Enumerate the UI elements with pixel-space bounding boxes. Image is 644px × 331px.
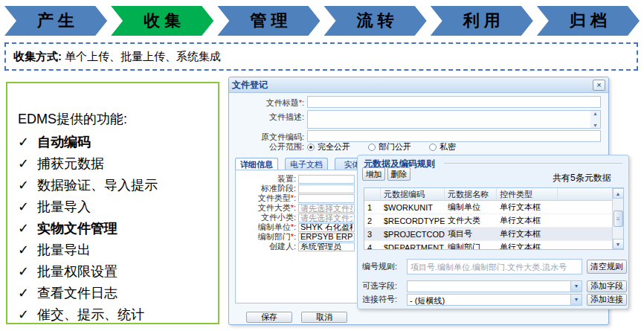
- column-header[interactable]: 元数据编码: [381, 188, 445, 200]
- save-button[interactable]: 保存: [246, 312, 292, 323]
- radio-icon[interactable]: [307, 144, 315, 151]
- rule-row: 编号规则: 清空规则: [358, 261, 628, 272]
- table-cell: 3: [364, 228, 381, 240]
- metadata-table-body: 1$WORKUNIT编制单位单行文本框2$RECORDTYPE文件大类单行文本框…: [364, 201, 623, 250]
- field-input[interactable]: [298, 242, 355, 251]
- features-title: EDMS提供的功能:: [18, 110, 210, 128]
- add-connector-button[interactable]: 添加连接: [587, 294, 627, 306]
- field-input[interactable]: [298, 213, 355, 222]
- field-input[interactable]: [298, 233, 355, 242]
- flow-step-4[interactable]: 流转: [324, 6, 427, 36]
- add-button[interactable]: 增加: [362, 167, 385, 181]
- dialog-titlebar[interactable]: 文件登记 ×: [229, 77, 608, 93]
- top-fields: 文件标题*:文件描述:▲▼原文件编码:: [235, 96, 601, 143]
- connector-row: 连接符号: - (短横线) ▼ 添加连接: [358, 294, 628, 305]
- scope-row: 公开范围: 完全公开部门公开私密: [235, 141, 601, 152]
- field-input[interactable]: [298, 175, 355, 184]
- table-cell: 单行文本框: [497, 228, 558, 240]
- column-header[interactable]: 控件类型: [497, 188, 558, 200]
- table-scrollbar[interactable]: ▲ ≡ ▼: [612, 188, 623, 249]
- radio-icon[interactable]: [368, 144, 376, 151]
- flow-step-2[interactable]: 收集: [111, 6, 213, 36]
- optional-field-value: [408, 281, 570, 292]
- flow-step-3[interactable]: 管理: [217, 6, 320, 36]
- tab-2[interactable]: 电子文档: [285, 158, 328, 170]
- chevron-down-icon[interactable]: ▼: [570, 295, 582, 305]
- tab-1[interactable]: 详细信息: [235, 158, 278, 170]
- cancel-button[interactable]: 取消: [301, 312, 347, 323]
- table-row[interactable]: 1$WORKUNIT编制单位单行文本框: [364, 201, 623, 214]
- field-input[interactable]: [307, 130, 601, 142]
- flow-step-5[interactable]: 利用: [431, 6, 533, 36]
- radio-option-2[interactable]: 部门公开: [368, 141, 411, 152]
- field-label: 文件描述:: [235, 110, 307, 123]
- close-button[interactable]: ×: [593, 80, 605, 91]
- field-input[interactable]: [298, 223, 355, 232]
- flow-step-1[interactable]: 产生: [4, 6, 107, 36]
- table-cell: $WORKUNIT: [381, 201, 445, 213]
- check-icon: ✓: [18, 153, 37, 175]
- feature-item: ✓批量导出: [18, 240, 210, 261]
- features-list: ✓自动编码✓捕获元数据✓数据验证、导入提示✓批量导入✓实物文件管理✓批量导出✓批…: [18, 132, 210, 326]
- field-textarea[interactable]: [307, 110, 601, 129]
- textarea-scrollbar[interactable]: ▲▼: [590, 111, 600, 128]
- table-cell: $PROJECTCODE: [381, 228, 445, 240]
- scroll-thumb[interactable]: ≡: [614, 211, 623, 227]
- field-input[interactable]: [298, 184, 355, 193]
- field-input[interactable]: [298, 204, 355, 213]
- dialog-title: 文件登记: [232, 79, 593, 91]
- table-cell: 单行文本框: [497, 201, 558, 213]
- table-row[interactable]: 3$PROJECTCODE项目号单行文本框: [364, 228, 623, 241]
- radio-option-1[interactable]: 完全公开: [307, 141, 350, 152]
- feature-item: ✓批量权限设置: [18, 261, 210, 283]
- feature-text: 捕获元数据: [37, 153, 104, 175]
- table-row[interactable]: 4$DEPARTMENT编制部门单行文本框: [364, 241, 623, 250]
- table-cell: $DEPARTMENT: [381, 241, 445, 250]
- required-asterisk: *: [291, 222, 294, 231]
- check-icon: ✓: [18, 283, 37, 304]
- radio-label: 完全公开: [318, 141, 350, 152]
- check-icon: ✓: [18, 196, 37, 218]
- check-icon: ✓: [18, 218, 37, 240]
- table-cell: $RECORDTYPE: [381, 214, 445, 227]
- feature-text: 自动编码: [37, 132, 91, 153]
- description-textarea-wrap: ▲▼: [307, 110, 601, 129]
- delete-button[interactable]: 删除: [387, 167, 410, 181]
- rule-input[interactable]: [407, 259, 582, 274]
- required-asterisk: *: [291, 232, 294, 241]
- rule-label: 编号规则:: [358, 261, 402, 272]
- collect-method-label: 收集方式:: [13, 50, 62, 64]
- chevron-down-icon[interactable]: ▼: [570, 281, 582, 292]
- add-field-button[interactable]: 添加字段: [587, 280, 627, 292]
- table-cell: 单行文本框: [497, 241, 558, 250]
- table-row[interactable]: 2$RECORDTYPE文件大类单行文本框: [364, 214, 623, 228]
- field-input[interactable]: [298, 194, 355, 203]
- feature-item: ✓查看文件日志: [18, 283, 210, 304]
- flow-step-6[interactable]: 归档: [537, 6, 640, 36]
- connector-select[interactable]: - (短横线) ▼: [407, 294, 582, 306]
- metadata-count: 共有5条元数据: [553, 172, 611, 184]
- check-icon: ✓: [18, 304, 37, 326]
- column-header[interactable]: 元数据名称: [445, 188, 497, 200]
- clear-rule-button[interactable]: 清空规则: [587, 260, 627, 274]
- radio-icon[interactable]: [429, 144, 437, 151]
- optional-field-select[interactable]: ▼: [407, 280, 582, 292]
- metadata-panel: 元数据及编码规则 增加 删除 共有5条元数据 元数据编码元数据名称控件类型 1$…: [357, 155, 629, 309]
- field-label: 文件标题*:: [235, 96, 307, 109]
- scroll-up-icon[interactable]: ▲: [593, 111, 598, 116]
- table-cell: 编制单位: [445, 201, 497, 213]
- table-cell: 1: [364, 201, 381, 213]
- column-header[interactable]: [364, 188, 381, 200]
- feature-item: ✓催交、提示、统计: [18, 304, 210, 326]
- scroll-down-icon[interactable]: ▼: [593, 123, 598, 128]
- feature-text: 催交、提示、统计: [37, 304, 144, 326]
- feature-item: ✓批量导入: [18, 196, 210, 218]
- scroll-up-icon[interactable]: ▲: [613, 188, 624, 199]
- field-input[interactable]: [307, 96, 601, 108]
- table-cell: 4: [364, 241, 381, 250]
- scroll-down-icon[interactable]: ▼: [613, 239, 624, 249]
- feature-text: 批量导入: [37, 196, 91, 218]
- scope-options: 完全公开部门公开私密: [307, 141, 474, 152]
- check-icon: ✓: [18, 175, 37, 196]
- radio-option-3[interactable]: 私密: [429, 141, 456, 152]
